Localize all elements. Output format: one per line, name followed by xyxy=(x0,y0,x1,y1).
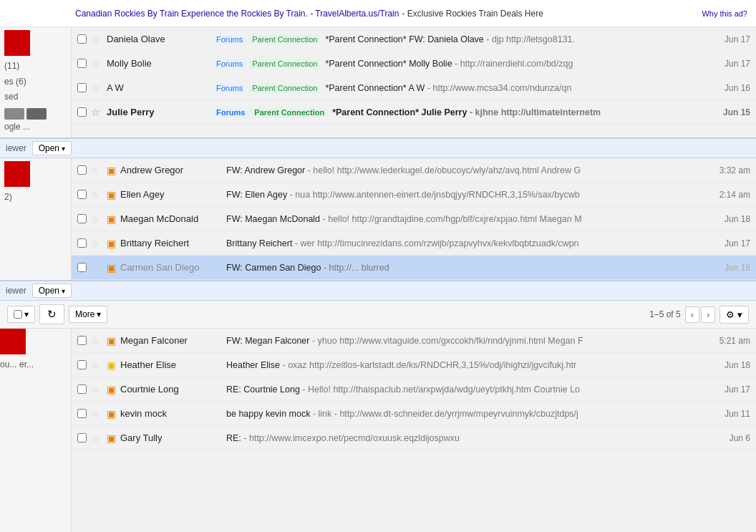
email-checkbox[interactable] xyxy=(77,34,87,44)
settings-button[interactable]: ⚙ ▾ xyxy=(719,306,749,324)
folder-icon: ▣ xyxy=(107,262,116,274)
star-icon[interactable]: ☆ xyxy=(91,359,104,371)
email-row[interactable]: ☆ ▣ kevin mock be happy kevin mock - lin… xyxy=(72,402,756,426)
star-icon[interactable]: ☆ xyxy=(91,213,104,225)
subject-text: *Parent Connection* Molly Bolie xyxy=(325,59,452,69)
email-checkbox[interactable] xyxy=(77,360,87,369)
sidebar-section-3: ou... er... xyxy=(0,329,72,532)
star-icon[interactable]: ☆ xyxy=(91,238,104,249)
preview-text: - link - http://www.dt-schneider.de/yrrj… xyxy=(313,409,578,419)
sidebar-section-2: 2) xyxy=(0,158,72,280)
sidebar-text-1a: (11) xyxy=(4,59,19,74)
open-btn-label-2: Open xyxy=(39,286,59,296)
star-icon[interactable]: ☆ xyxy=(91,384,104,395)
tag-forums: Forums xyxy=(213,34,246,44)
page-nav: ‹ › xyxy=(685,306,716,323)
email-checkbox[interactable] xyxy=(77,83,87,92)
email-row[interactable]: ☆ Daniela Olave Forums Parent Connection… xyxy=(72,27,756,52)
folder-icon: ▣ xyxy=(107,432,116,444)
red-logo-1 xyxy=(4,30,30,56)
subject-text: *Parent Connection* Julie Perry xyxy=(332,107,467,117)
email-checkbox[interactable] xyxy=(77,433,87,442)
email-checkbox[interactable] xyxy=(77,190,87,199)
preview-text: - nua http://www.antennen-einert.de/jnsb… xyxy=(290,190,580,200)
sender-name: Megan Falconer xyxy=(120,335,220,346)
email-row[interactable]: ☆ ▣ Courtnie Long RE: Courtnie Long - He… xyxy=(72,377,756,402)
sidebar-section-1: (11) es (6) sed ogle ... xyxy=(0,27,72,137)
select-arrow[interactable]: ▾ xyxy=(24,309,29,319)
preview-text: - yhuo http://www.vitaguide.com/gxccokh/… xyxy=(312,336,583,346)
prev-page-button[interactable]: ‹ xyxy=(685,306,699,323)
open-button-1[interactable]: Open ▾ xyxy=(32,141,72,155)
email-checkbox[interactable] xyxy=(77,385,87,394)
refresh-button[interactable]: ↻ xyxy=(39,304,64,324)
email-row[interactable]: ☆ Molly Bolie Forums Parent Connection *… xyxy=(72,52,756,76)
star-icon[interactable]: ☆ xyxy=(91,165,104,176)
email-checkbox[interactable] xyxy=(77,409,87,418)
red-logo-3 xyxy=(0,329,26,354)
subject-text: *Parent Connection* A W xyxy=(325,83,425,93)
email-checkbox[interactable] xyxy=(77,336,87,345)
next-page-button[interactable]: › xyxy=(701,306,715,323)
email-row[interactable]: ☆ Julie Perry Forums Parent Connection *… xyxy=(72,100,756,125)
subject-text: Brittany Reichert xyxy=(226,238,292,248)
subject-preview: RE: - http://www.imcexpo.net/pecmd/oxuus… xyxy=(226,433,707,443)
refresh-icon: ↻ xyxy=(47,308,57,321)
open-button-2[interactable]: Open ▾ xyxy=(32,284,72,298)
sender-name: Heather Elise↳ xyxy=(120,359,220,370)
icon-block-2 xyxy=(26,108,47,120)
star-icon[interactable]: ☆ xyxy=(91,58,104,69)
star-icon[interactable]: ☆ xyxy=(91,189,104,200)
email-row[interactable]: ☆ ▣ Brittany Reichert Brittany Reichert … xyxy=(72,231,756,256)
email-row[interactable]: ☆ ▣ Ellen Agey FW: Ellen Agey - nua http… xyxy=(72,183,756,207)
email-tags: Forums Parent Connection xyxy=(213,59,321,69)
subject-preview: *Parent Connection* A W - http://www.mcs… xyxy=(325,83,707,93)
email-date: Jun 15 xyxy=(707,107,750,117)
email-checkbox[interactable] xyxy=(77,165,87,175)
star-icon[interactable]: ☆ xyxy=(91,262,104,274)
more-button[interactable]: More ▾ xyxy=(69,306,107,323)
subject-preview: *Parent Connection* Julie Perry - kjhne … xyxy=(332,107,707,117)
email-checkbox[interactable] xyxy=(77,59,87,68)
subject-text: RE: Courtnie Long xyxy=(226,385,300,395)
star-icon[interactable]: ☆ xyxy=(91,432,104,444)
sender-name: Andrew Gregor xyxy=(120,165,220,175)
why-this-ad-link[interactable]: Why this ad? xyxy=(702,9,747,18)
email-row[interactable]: ☆ ▣ Andrew Gregor FW: Andrew Gregor - he… xyxy=(72,158,756,183)
email-checkbox[interactable] xyxy=(77,214,87,223)
email-row[interactable]: ☆ ▣ Maegan McDonald FW: Maegan McDonald … xyxy=(72,207,756,231)
select-all-checkbox[interactable] xyxy=(14,310,22,319)
star-icon[interactable]: ☆ xyxy=(91,34,104,45)
subject-preview: *Parent Connection* FW: Daniela Olave - … xyxy=(325,34,707,44)
email-row-highlighted[interactable]: ☆ ▣ Carmen San Diego FW: Carmen San Dieg… xyxy=(72,256,756,280)
tag-parent: Parent Connection xyxy=(248,34,321,44)
email-row[interactable]: ☆ A W Forums Parent Connection *Parent C… xyxy=(72,76,756,100)
email-tags: Forums Parent Connection xyxy=(213,83,321,93)
email-section-2: 2) ☆ ▣ Andrew Gregor FW: Andrew Gregor -… xyxy=(0,158,756,281)
sidebar-text-3b: er... xyxy=(19,359,34,369)
star-icon[interactable]: ☆ xyxy=(91,408,104,420)
star-icon[interactable]: ☆ xyxy=(91,107,104,118)
star-icon[interactable]: ☆ xyxy=(91,335,104,347)
preview-text: - oxaz http://zeitlos-karlstadt.de/ks/RN… xyxy=(283,360,577,370)
folder-icon: ▣ xyxy=(107,384,116,395)
email-checkbox[interactable] xyxy=(77,238,87,248)
subject-text: FW: Megan Falconer xyxy=(226,336,309,346)
tag-forums: Forums xyxy=(213,83,246,93)
email-row[interactable]: ☆ ▣ Megan Falconer FW: Megan Falconer - … xyxy=(72,329,756,353)
email-date: Jun 17 xyxy=(707,59,750,69)
select-dropdown-button[interactable]: ▾ xyxy=(7,306,35,323)
email-row[interactable]: ☆ ▣ Gary Tully RE: - http://www.imcexpo.… xyxy=(72,426,756,450)
star-icon[interactable]: ☆ xyxy=(91,82,104,94)
sidebar-text-1d: ogle ... xyxy=(4,120,30,135)
folder-icon: ▣ xyxy=(107,189,116,200)
email-checkbox[interactable] xyxy=(77,107,87,117)
email-checkbox[interactable] xyxy=(77,263,87,272)
email-row[interactable]: ☆ ▣ Heather Elise↳ Heather Elise - oxaz … xyxy=(72,353,756,377)
settings-icon: ⚙ xyxy=(726,309,735,320)
sender-name: Ellen Agey xyxy=(120,189,220,200)
more-label: More xyxy=(75,309,94,319)
sender-name: Daniela Olave xyxy=(107,34,207,44)
ad-extra-text: - Exclusive Rockies Train Deals Here xyxy=(402,9,543,19)
ad-link[interactable]: Canadian Rockies By Train Experience the… xyxy=(75,9,399,19)
